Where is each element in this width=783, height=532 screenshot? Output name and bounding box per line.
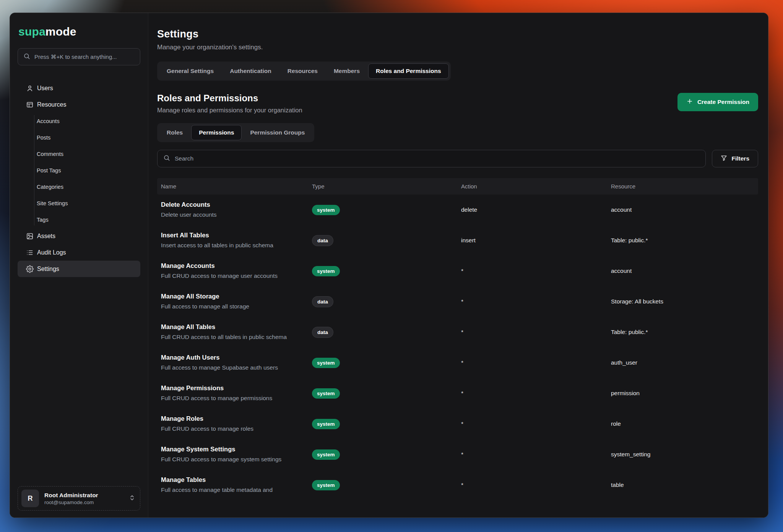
filters-label: Filters: [731, 155, 749, 162]
permission-description: Full CRUD access to all tables in public…: [161, 332, 302, 342]
search-icon: [23, 53, 30, 61]
cell-resource: Table: public.*: [611, 237, 758, 244]
sidebar-subitem-categories[interactable]: Categories: [18, 178, 140, 195]
logo-suffix: mode: [45, 25, 76, 38]
table-row[interactable]: Manage System SettingsFull CRUD access t…: [157, 439, 758, 470]
sidebar-item-users[interactable]: Users: [18, 80, 140, 96]
type-badge: system: [312, 205, 340, 215]
sidebar-item-settings[interactable]: Settings: [18, 261, 140, 277]
tab-resources[interactable]: Resources: [280, 63, 325, 79]
tab-members[interactable]: Members: [326, 63, 367, 79]
cell-action: *: [461, 390, 611, 397]
tab-general-settings[interactable]: General Settings: [159, 63, 221, 79]
cell-resource: auth_user: [611, 359, 758, 366]
permission-description: Full CRUD access to manage system settin…: [161, 454, 302, 465]
sidebar-subitem-comments[interactable]: Comments: [18, 146, 140, 162]
cell-action: *: [461, 268, 611, 274]
sidebar-item-label: Assets: [37, 233, 55, 240]
table-row[interactable]: Manage PermissionsFull CRUD access to ma…: [157, 378, 758, 409]
type-badge: system: [312, 266, 340, 276]
permission-name: Manage All Tables: [161, 322, 302, 332]
permissions-table: NameTypeActionResource Delete AccountsDe…: [157, 178, 758, 500]
column-header-type: Type: [312, 183, 461, 190]
permission-name: Delete Accounts: [161, 200, 302, 209]
cell-type: system: [312, 419, 461, 429]
settings-tabbar: General SettingsAuthenticationResourcesM…: [157, 62, 451, 81]
column-header-action: Action: [461, 183, 611, 190]
create-permission-button[interactable]: Create Permission: [677, 93, 758, 111]
global-search-input[interactable]: Press ⌘+K to search anything...: [18, 48, 140, 65]
user-menu[interactable]: R Root Administrator root@supamode.com: [18, 486, 140, 511]
global-search-placeholder: Press ⌘+K to search anything...: [34, 54, 117, 60]
sidebar-item-label: Settings: [37, 266, 59, 272]
roles-subtabbar: RolesPermissionsPermission Groups: [157, 123, 314, 142]
cell-type: data: [312, 327, 461, 338]
cell-type: data: [312, 296, 461, 307]
sidebar-subitem-post-tags[interactable]: Post Tags: [18, 162, 140, 178]
permission-name: Manage All Storage: [161, 291, 302, 301]
type-badge: system: [312, 480, 340, 490]
cell-type: system: [312, 388, 461, 399]
permission-description: Full access to manage all storage: [161, 301, 302, 312]
type-badge: system: [312, 358, 340, 368]
table-header-row: NameTypeActionResource: [157, 178, 758, 195]
permission-description: Full access to manage table metadata and: [161, 485, 302, 495]
filters-button[interactable]: Filters: [712, 150, 758, 167]
funnel-icon: [721, 155, 727, 163]
sidebar-item-assets[interactable]: Assets: [18, 228, 140, 244]
sidebar-subitem-tags[interactable]: Tags: [18, 211, 140, 228]
sidebar-item-audit-logs[interactable]: Audit Logs: [18, 244, 140, 261]
table-row[interactable]: Manage All StorageFull access to manage …: [157, 286, 758, 317]
permission-name: Manage Tables: [161, 475, 302, 485]
table-row[interactable]: Manage Auth UsersFull access to manage S…: [157, 347, 758, 378]
image-icon: [26, 232, 34, 240]
permission-name: Insert All Tables: [161, 230, 302, 240]
table-row[interactable]: Manage RolesFull CRUD access to manage r…: [157, 409, 758, 439]
table-row[interactable]: Insert All TablesInsert access to all ta…: [157, 225, 758, 256]
cell-type: system: [312, 358, 461, 368]
logo-prefix: supa: [18, 25, 45, 38]
permission-description: Full access to manage Supabase auth user…: [161, 362, 302, 373]
table-row[interactable]: Manage AccountsFull CRUD access to manag…: [157, 256, 758, 286]
permission-name: Manage Permissions: [161, 383, 302, 393]
cell-action: *: [461, 420, 611, 427]
type-badge: data: [312, 235, 333, 246]
table-row[interactable]: Delete AccountsDelete user accountssyste…: [157, 195, 758, 225]
table-toolbar: Search Filters: [157, 150, 758, 167]
page-title: Settings: [157, 28, 758, 40]
type-badge: data: [312, 327, 333, 338]
sidebar-nav: UsersResourcesAccountsPostsCommentsPost …: [18, 80, 140, 277]
permission-name: Manage Roles: [161, 414, 302, 423]
cell-type: system: [312, 449, 461, 460]
cell-action: *: [461, 451, 611, 458]
sidebar-subitem-accounts[interactable]: Accounts: [18, 113, 140, 129]
type-badge: system: [312, 388, 340, 399]
cell-action: delete: [461, 206, 611, 213]
sidebar-item-label: Resources: [37, 101, 66, 108]
subtab-permissions[interactable]: Permissions: [191, 125, 242, 140]
sidebar-item-resources[interactable]: Resources: [18, 96, 140, 113]
tab-authentication[interactable]: Authentication: [222, 63, 279, 79]
cell-type: system: [312, 205, 461, 215]
tab-roles-and-permissions[interactable]: Roles and Permissions: [368, 63, 449, 79]
cell-type: system: [312, 266, 461, 276]
subtab-roles[interactable]: Roles: [159, 125, 190, 140]
cell-resource: account: [611, 206, 758, 213]
cell-name: Manage AccountsFull CRUD access to manag…: [157, 261, 302, 281]
table-row[interactable]: Manage TablesFull access to manage table…: [157, 470, 758, 500]
cell-action: insert: [461, 237, 611, 244]
permission-description: Full CRUD access to manage permissions: [161, 393, 302, 404]
subtab-permission-groups[interactable]: Permission Groups: [242, 125, 312, 140]
table-row[interactable]: Manage All TablesFull CRUD access to all…: [157, 317, 758, 347]
cell-name: Insert All TablesInsert access to all ta…: [157, 230, 302, 251]
list-icon: [26, 249, 34, 256]
sidebar-subitem-site-settings[interactable]: Site Settings: [18, 195, 140, 211]
user-icon: [26, 84, 34, 92]
sidebar-sublist-resources: AccountsPostsCommentsPost TagsCategories…: [18, 113, 140, 228]
permissions-search-input[interactable]: Search: [157, 150, 706, 167]
cell-name: Manage System SettingsFull CRUD access t…: [157, 444, 302, 465]
sidebar-subitem-posts[interactable]: Posts: [18, 129, 140, 146]
table-icon: [26, 101, 34, 109]
permission-description: Full CRUD access to manage user accounts: [161, 271, 302, 281]
cell-action: *: [461, 329, 611, 336]
